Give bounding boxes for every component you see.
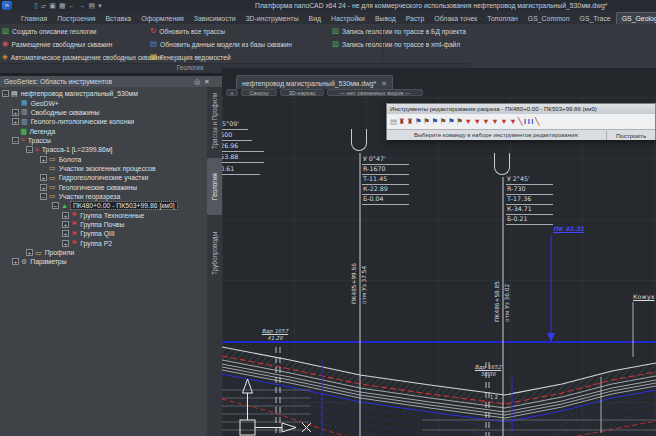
layer-edit-tool-icon[interactable]: ⚑	[432, 117, 439, 126]
tab-postroeniya[interactable]: Построения	[52, 13, 100, 24]
tab-3d-instrumenty[interactable]: 3D-инструменты	[241, 13, 304, 24]
delete-tool-icon[interactable]: ╲	[518, 117, 523, 126]
tree-item-litho-columns[interactable]: +▥Геолого-литологические колонки	[0, 117, 207, 126]
layer-edit-tool-icon[interactable]: ⚑	[440, 117, 447, 126]
tree-item-profili[interactable]: +▭Профили	[0, 248, 207, 257]
undo-icon[interactable]: ←	[69, 2, 76, 9]
expander-icon[interactable]: +	[62, 230, 69, 237]
refresh-model-data-button[interactable]: ▤Обновить данные модели из базы скважин	[150, 40, 292, 48]
boundary-tool-icon[interactable]: ▼	[509, 117, 516, 126]
boundary-tool-icon[interactable]: ▼	[500, 117, 507, 126]
tab-gs-geology[interactable]: GS_Geology	[616, 12, 656, 24]
layer-edit-tool-icon[interactable]: ⚑	[423, 117, 430, 126]
tab-zavisimosti[interactable]: Зависимости	[189, 13, 241, 24]
palette-tab-truboprovody[interactable]: Трубопроводы	[207, 219, 222, 287]
expander-icon[interactable]: −	[52, 202, 59, 209]
tree-item-georazrez[interactable]: −▭Участки георазреза	[0, 192, 207, 201]
expander-icon[interactable]: +	[62, 221, 69, 228]
borehole-tool-icon[interactable]: ♜	[407, 117, 414, 126]
palette-header[interactable]: GeoSeries: Область инструментов	[0, 76, 222, 87]
tree-item-drawing[interactable]: −▤нефтепровод магистральный_530мм	[0, 89, 207, 98]
view-direction-button[interactable]: Сверху	[241, 89, 277, 96]
tree-item-geodw[interactable]: ▦GeoDW+	[0, 98, 207, 107]
boundary-tool-icon[interactable]: ▼	[464, 117, 471, 126]
save-all-icon[interactable]: ▦	[59, 2, 66, 10]
document-tab[interactable]: нефтепровод магистральный_530мм.dwg* ✕	[236, 75, 393, 90]
delete-tool-icon[interactable]: ╲	[535, 117, 540, 126]
refresh-all-traces-button[interactable]: ↻Обновить все трассы	[150, 27, 225, 35]
level-tool-icon[interactable]: Ι	[531, 117, 533, 126]
palette-tab-geologiya[interactable]: Геология	[207, 158, 222, 215]
build-button[interactable]: Построить	[606, 131, 655, 140]
palette-close-icon[interactable]: ✕	[204, 78, 210, 86]
expander-icon[interactable]: +	[40, 174, 47, 181]
add-viewport-button[interactable]: +	[226, 89, 238, 96]
boundary-tool-icon[interactable]: ▼	[491, 117, 498, 126]
expander-icon[interactable]: +	[12, 258, 19, 265]
layer-edit-tool-icon[interactable]: ⚑	[415, 117, 422, 126]
tree-item-trace-1[interactable]: −≈Трасса-1 [L=2399.86м]	[0, 145, 207, 154]
tree-item-group-qiii[interactable]: +⚑Группа QIII	[0, 229, 207, 238]
tab-gs-trace[interactable]: GS_Trace	[575, 13, 616, 24]
tab-gs-common[interactable]: GS_Common	[523, 13, 575, 24]
layer-edit-tool-icon[interactable]: ⚑	[448, 117, 455, 126]
tree-item-geo-wells[interactable]: +▭Геологические скважины	[0, 182, 207, 191]
level-tool-icon[interactable]: Ι	[524, 117, 526, 126]
select-tool-icon[interactable]: ▤	[390, 117, 397, 126]
expander-icon[interactable]: +	[62, 240, 69, 247]
pin-icon[interactable]: ◎	[194, 78, 200, 86]
tree-item-traces[interactable]: −≈Трассы	[0, 136, 207, 145]
expander-icon[interactable]: −	[40, 193, 47, 200]
expander-icon[interactable]: +	[12, 109, 19, 116]
boundary-tool-icon[interactable]: ▼	[473, 117, 480, 126]
expander-icon[interactable]: −	[2, 90, 9, 97]
expander-icon[interactable]: +	[12, 118, 19, 125]
save-icon[interactable]: ▣	[49, 2, 56, 10]
expander-icon[interactable]: +	[40, 184, 47, 191]
palette-tab-trassy-profili[interactable]: Трассы и Профили	[207, 88, 222, 153]
boundary-tool-icon[interactable]: ▼	[482, 117, 489, 126]
tab-glavnaya[interactable]: Главная	[16, 13, 52, 24]
borehole-tool-icon[interactable]: ♜	[399, 117, 406, 126]
write-geology-xml-button[interactable]: ▥Запись геологии по трассе в xml-файл	[332, 40, 460, 48]
linked-views-button[interactable]: — нет связанных видов —	[327, 89, 423, 96]
layer-edit-tool-icon[interactable]: ⚑	[456, 117, 463, 126]
visual-style-button[interactable]: 3D-каркас	[280, 89, 324, 96]
tree-item-pk480-selected[interactable]: −▲ПК480+0.00 - ПК503+99.86 [км0]	[0, 201, 207, 210]
tab-oformleniya[interactable]: Оформления	[136, 13, 189, 24]
expander-icon[interactable]: +	[40, 156, 47, 163]
tab-rastr[interactable]: Растр	[401, 13, 430, 24]
tab-vid[interactable]: Вид	[304, 13, 326, 24]
tree-item-hydrogeo[interactable]: +▭Гидрогеологические участки	[0, 173, 207, 182]
tree-item-group-pochvy[interactable]: +⚑Группа Почвы	[0, 220, 207, 229]
expander-icon[interactable]: −	[12, 137, 19, 144]
tree-item-bogs[interactable]: +▭Болота	[0, 154, 207, 163]
tree-item-group-p2[interactable]: +⚑Группа P2	[0, 239, 207, 248]
expander-icon[interactable]: +	[26, 249, 33, 256]
qat-menu-arrow-icon[interactable]: ▾	[98, 2, 102, 10]
tree-item-free-wells[interactable]: +▥Свободные скважины	[0, 108, 207, 117]
tree-item-exo-processes[interactable]: ▭Участки экзогенных процессов	[0, 164, 207, 173]
tree-item-legend[interactable]: ▆Легенда	[0, 126, 207, 135]
tab-oblaka-tochek[interactable]: Облака точек	[429, 13, 482, 24]
redo-icon[interactable]: →	[79, 2, 86, 9]
open-file-icon[interactable]: ▱	[41, 2, 46, 10]
tree-item-group-tekhnogennye[interactable]: +⚑Группа Техногенные	[0, 210, 207, 219]
drawing-canvas[interactable]: 55°09' -600 -26.96 -53.88 -0.61 У 0°47' …	[222, 97, 656, 436]
generate-reports-button[interactable]: ▦Генерация ведомостей	[150, 53, 231, 61]
auto-place-free-wells-button[interactable]: ◈Автоматическое размещение свободных скв…	[2, 53, 163, 61]
new-file-icon[interactable]: ▯	[34, 2, 38, 10]
print-icon[interactable]: ▤	[89, 2, 96, 10]
tab-topoplan[interactable]: Топоплан	[482, 13, 522, 24]
create-geology-button[interactable]: ▧Создать описание геологии	[2, 27, 97, 35]
tree-item-parametry[interactable]: +⚙Параметры	[0, 257, 207, 266]
place-free-wells-button[interactable]: ◉Размещение свободных скважин	[2, 40, 112, 48]
document-close-icon[interactable]: ✕	[381, 77, 386, 90]
expander-icon[interactable]: −	[26, 146, 33, 153]
write-geology-db-button[interactable]: ▥Запись геологии по трассе в БД проекта	[332, 27, 466, 35]
tab-nastroyki[interactable]: Настройки	[326, 13, 370, 24]
tab-vstavka[interactable]: Вставка	[101, 13, 137, 24]
tab-vyvod[interactable]: Вывод	[370, 13, 401, 24]
expander-icon[interactable]: +	[62, 212, 69, 219]
dialog-title-bar[interactable]: Инструменты редактирования разреза - ПК4…	[387, 104, 655, 114]
